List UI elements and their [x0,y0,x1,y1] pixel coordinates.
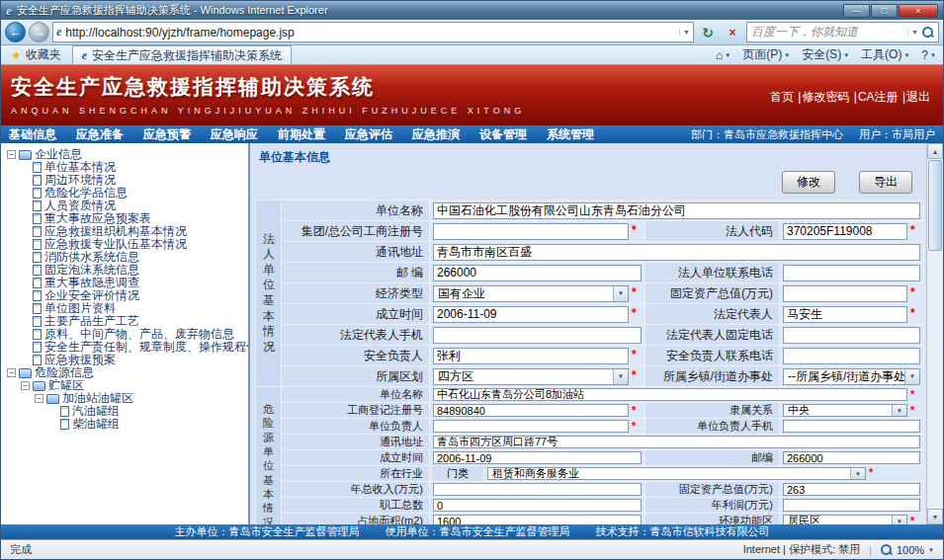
tree-item[interactable]: 原料、中间产物、产品、废弃物信息 [3,328,248,341]
menu-item-5[interactable]: 前期处置 [278,126,325,143]
content-scrollbar[interactable]: ▲ ▼ [926,143,943,524]
field-input[interactable] [433,223,629,240]
refresh-button[interactable]: ↻ [697,22,719,42]
modify-button[interactable]: 修改 [782,171,835,194]
menu-item-9[interactable]: 系统管理 [547,126,594,143]
page-menu-button[interactable]: 页面(P) ▼ [742,46,790,63]
scroll-down-icon[interactable]: ▼ [927,509,943,524]
tree-item[interactable]: 应急救援专业队伍基本情况 [3,238,248,251]
select-caret-icon[interactable]: ▼ [613,369,628,384]
address-bar[interactable]: e http://localhost:90/yjzh/frame/homepag… [52,22,694,42]
field-input[interactable] [783,306,907,323]
safety-menu-button[interactable]: 安全(S) ▼ [802,46,849,63]
tree-item[interactable]: −危险源信息 [3,366,248,379]
field-input[interactable] [783,265,920,281]
field-input[interactable] [783,223,907,240]
field-input[interactable] [433,202,920,219]
tree-item[interactable]: −贮罐区 [3,379,248,392]
tree-item[interactable]: 人员资质情况 [3,200,248,212]
banner-link-2[interactable]: 修改密码 [801,90,850,104]
field-select[interactable]: 中央▼ [783,404,907,417]
select-caret-icon[interactable]: ▼ [892,516,906,524]
tree-minus-icon[interactable]: − [21,381,30,390]
banner-link-1[interactable]: 首页 [769,90,795,104]
field-input[interactable] [433,404,629,417]
home-button[interactable]: ⌂ ▼ [716,48,730,62]
banner-link-3[interactable]: CA注册 [857,90,900,104]
tree-item[interactable]: 主要产品生产工艺 [3,315,248,328]
search-placeholder[interactable]: 百度一下，你就知道 [751,24,903,40]
search-icon[interactable] [922,27,934,39]
field-input[interactable] [783,451,920,464]
field-input[interactable] [783,285,907,302]
tree-item[interactable]: 重大事故应急预案表 [3,212,248,225]
tree-item[interactable]: 汽油罐组 [3,405,248,418]
zoom-control[interactable]: 100% ▼ [881,544,934,556]
tree-item[interactable]: 单位基本情况 [3,161,248,174]
stop-button[interactable]: × [722,22,743,42]
select-caret-icon[interactable]: ▼ [892,405,906,416]
field-input[interactable] [433,348,629,364]
field-select[interactable]: 租赁和商务服务业▼ [487,467,866,480]
select-caret-icon[interactable]: ▼ [613,286,628,301]
field-input[interactable] [783,420,920,433]
tree-item[interactable]: 固定泡沫系统信息 [3,264,248,277]
menu-item-8[interactable]: 设备管理 [479,126,527,143]
tree-item[interactable]: 消防供水系统信息 [3,251,248,264]
export-button[interactable]: 导出 [859,171,912,194]
field-input[interactable] [433,265,642,281]
back-button[interactable]: ← [5,22,26,42]
maximize-button[interactable]: □ [871,4,898,18]
menu-item-4[interactable]: 应急响应 [211,126,258,143]
field-input[interactable] [783,327,920,344]
menu-item-2[interactable]: 应急准备 [76,126,124,143]
tree-item[interactable]: −加油站油罐区 [3,392,248,405]
browser-tab[interactable]: e 安全生产应急救援指挥辅助决策系统 [72,45,292,64]
field-select[interactable]: 居民区▼ [783,515,907,524]
tree-item[interactable]: 危险化学品信息 [3,187,248,200]
tree-item[interactable]: 单位图片资料 [3,302,248,315]
field-input[interactable] [433,244,920,261]
field-input[interactable] [783,348,920,364]
field-input[interactable] [433,483,642,496]
field-input[interactable] [433,420,629,433]
tree-minus-icon[interactable]: − [7,368,16,377]
tree-item[interactable]: 应急救援组织机构基本情况 [3,225,248,238]
field-input[interactable] [433,451,642,464]
banner-link-4[interactable]: 退出 [905,90,931,104]
tree-item[interactable]: 安全生产责任制、规章制度、操作规程信息 [3,341,248,354]
field-input[interactable] [783,483,920,496]
tree-minus-icon[interactable]: − [7,150,16,159]
close-button[interactable]: × [899,4,938,18]
field-input[interactable] [433,436,920,448]
field-select[interactable]: 国有企业▼ [433,285,629,302]
minimize-button[interactable]: — [843,4,870,18]
favorites-button[interactable]: ★ 收藏夹 [4,46,68,63]
menu-item-3[interactable]: 应急预警 [143,126,191,143]
field-input[interactable] [783,499,920,512]
address-dropdown-icon[interactable]: ▼ [679,29,690,36]
field-select[interactable]: --所属乡镇/街道办事处--▼ [783,368,920,385]
tree-item[interactable]: 企业安全评价情况 [3,289,248,302]
tree-minus-icon[interactable]: − [35,394,43,403]
field-input[interactable] [433,499,642,512]
address-url[interactable]: http://localhost:90/yjzh/frame/homepage.… [65,26,675,40]
help-menu-button[interactable]: ? ▼ [921,48,936,62]
select-caret-icon[interactable]: ▼ [850,468,865,479]
field-input[interactable] [433,515,642,524]
forward-button[interactable]: → [29,22,49,42]
field-input[interactable] [433,388,907,401]
field-input[interactable] [433,306,629,323]
tree-item[interactable]: 重大事故隐患调查 [3,277,248,289]
select-caret-icon[interactable]: ▼ [904,369,919,384]
menu-item-1[interactable]: 基础信息 [9,126,56,143]
tree-item[interactable]: −企业信息 [3,148,248,161]
scrollbar-thumb[interactable] [928,160,942,251]
field-input[interactable] [433,327,642,344]
scroll-up-icon[interactable]: ▲ [927,143,943,159]
search-box[interactable]: 百度一下，你就知道 ▼ [746,22,939,42]
menu-item-7[interactable]: 应急推演 [412,126,460,143]
tools-menu-button[interactable]: 工具(O) ▼ [861,46,909,63]
menu-item-6[interactable]: 应急评估 [345,126,392,143]
search-dropdown-icon[interactable]: ▼ [907,29,918,36]
